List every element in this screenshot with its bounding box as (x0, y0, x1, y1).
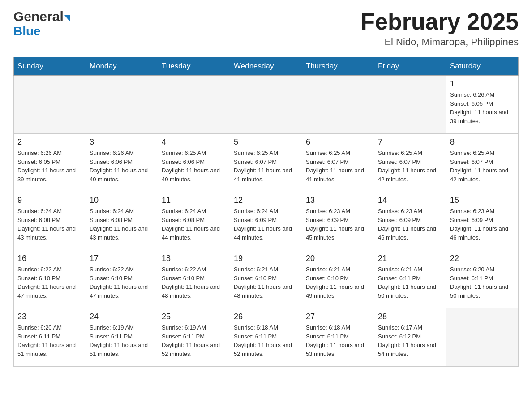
day-number: 20 (306, 254, 370, 263)
day-number: 26 (234, 312, 298, 321)
calendar-body: 1Sunrise: 6:26 AMSunset: 6:05 PMDaylight… (14, 76, 519, 367)
calendar-cell (446, 308, 519, 367)
calendar-cell: 27Sunrise: 6:18 AMSunset: 6:11 PMDayligh… (302, 308, 374, 367)
day-of-week-monday: Monday (86, 57, 158, 76)
day-info: Sunrise: 6:19 AMSunset: 6:11 PMDaylight:… (162, 323, 226, 358)
day-number: 11 (162, 196, 226, 205)
day-info: Sunrise: 6:25 AMSunset: 6:07 PMDaylight:… (450, 149, 515, 184)
logo-line1: General (13, 9, 70, 24)
calendar-cell: 26Sunrise: 6:18 AMSunset: 6:11 PMDayligh… (230, 308, 302, 367)
calendar-table: SundayMondayTuesdayWednesdayThursdayFrid… (13, 57, 519, 367)
week-row-4: 16Sunrise: 6:22 AMSunset: 6:10 PMDayligh… (14, 250, 519, 308)
day-info: Sunrise: 6:19 AMSunset: 6:11 PMDaylight:… (90, 323, 154, 358)
calendar-cell: 20Sunrise: 6:21 AMSunset: 6:10 PMDayligh… (302, 250, 374, 308)
day-number: 2 (17, 137, 82, 147)
page-header: General Blue February 2025 El Nido, Mima… (13, 9, 519, 48)
logo: General Blue (13, 9, 70, 39)
title-area: February 2025 El Nido, Mimaropa, Philipp… (360, 9, 519, 48)
day-info: Sunrise: 6:17 AMSunset: 6:12 PMDaylight:… (378, 323, 442, 358)
day-number: 24 (90, 312, 154, 321)
day-info: Sunrise: 6:22 AMSunset: 6:10 PMDaylight:… (90, 265, 154, 300)
day-info: Sunrise: 6:24 AMSunset: 6:08 PMDaylight:… (162, 207, 226, 242)
calendar-cell: 14Sunrise: 6:23 AMSunset: 6:09 PMDayligh… (374, 192, 446, 250)
day-number: 21 (378, 254, 442, 263)
days-of-week-row: SundayMondayTuesdayWednesdayThursdayFrid… (14, 57, 519, 76)
day-info: Sunrise: 6:22 AMSunset: 6:10 PMDaylight:… (17, 265, 82, 300)
calendar-cell: 5Sunrise: 6:25 AMSunset: 6:07 PMDaylight… (230, 134, 302, 192)
day-info: Sunrise: 6:20 AMSunset: 6:11 PMDaylight:… (17, 323, 82, 358)
day-of-week-thursday: Thursday (302, 57, 374, 76)
day-info: Sunrise: 6:26 AMSunset: 6:05 PMDaylight:… (450, 90, 515, 125)
calendar-cell: 3Sunrise: 6:26 AMSunset: 6:06 PMDaylight… (86, 134, 158, 192)
calendar-cell (14, 76, 86, 134)
calendar-cell: 16Sunrise: 6:22 AMSunset: 6:10 PMDayligh… (14, 250, 86, 308)
day-info: Sunrise: 6:25 AMSunset: 6:07 PMDaylight:… (378, 149, 442, 184)
calendar-cell: 28Sunrise: 6:17 AMSunset: 6:12 PMDayligh… (374, 308, 446, 367)
day-number: 22 (450, 254, 515, 263)
calendar-cell (302, 76, 374, 134)
day-number: 5 (234, 137, 298, 147)
day-number: 14 (378, 196, 442, 205)
calendar-cell (374, 76, 446, 134)
day-of-week-friday: Friday (374, 57, 446, 76)
subtitle: El Nido, Mimaropa, Philippines (360, 36, 519, 48)
day-number: 1 (450, 79, 515, 89)
day-info: Sunrise: 6:25 AMSunset: 6:07 PMDaylight:… (306, 149, 370, 184)
day-of-week-sunday: Sunday (14, 57, 86, 76)
day-info: Sunrise: 6:26 AMSunset: 6:05 PMDaylight:… (17, 149, 82, 184)
day-info: Sunrise: 6:18 AMSunset: 6:11 PMDaylight:… (306, 323, 370, 358)
calendar-cell (86, 76, 158, 134)
day-info: Sunrise: 6:21 AMSunset: 6:11 PMDaylight:… (378, 265, 442, 300)
day-number: 8 (450, 137, 515, 147)
day-number: 17 (90, 254, 154, 263)
day-number: 25 (162, 312, 226, 321)
calendar-cell: 2Sunrise: 6:26 AMSunset: 6:05 PMDaylight… (14, 134, 86, 192)
calendar-cell: 10Sunrise: 6:24 AMSunset: 6:08 PMDayligh… (86, 192, 158, 250)
calendar-cell: 13Sunrise: 6:23 AMSunset: 6:09 PMDayligh… (302, 192, 374, 250)
logo-blue-text: Blue (13, 24, 41, 38)
day-info: Sunrise: 6:25 AMSunset: 6:06 PMDaylight:… (162, 149, 226, 184)
calendar-cell: 6Sunrise: 6:25 AMSunset: 6:07 PMDaylight… (302, 134, 374, 192)
calendar-cell: 9Sunrise: 6:24 AMSunset: 6:08 PMDaylight… (14, 192, 86, 250)
day-info: Sunrise: 6:26 AMSunset: 6:06 PMDaylight:… (90, 149, 154, 184)
calendar-cell: 17Sunrise: 6:22 AMSunset: 6:10 PMDayligh… (86, 250, 158, 308)
day-info: Sunrise: 6:21 AMSunset: 6:10 PMDaylight:… (234, 265, 298, 300)
calendar-cell: 25Sunrise: 6:19 AMSunset: 6:11 PMDayligh… (158, 308, 230, 367)
calendar-cell: 12Sunrise: 6:24 AMSunset: 6:09 PMDayligh… (230, 192, 302, 250)
logo-triangle-icon (64, 15, 70, 21)
calendar-cell: 15Sunrise: 6:23 AMSunset: 6:09 PMDayligh… (446, 192, 519, 250)
day-number: 28 (378, 312, 442, 321)
calendar-cell: 24Sunrise: 6:19 AMSunset: 6:11 PMDayligh… (86, 308, 158, 367)
calendar-cell: 18Sunrise: 6:22 AMSunset: 6:10 PMDayligh… (158, 250, 230, 308)
day-info: Sunrise: 6:24 AMSunset: 6:08 PMDaylight:… (17, 207, 82, 242)
calendar-cell: 11Sunrise: 6:24 AMSunset: 6:08 PMDayligh… (158, 192, 230, 250)
week-row-5: 23Sunrise: 6:20 AMSunset: 6:11 PMDayligh… (14, 308, 519, 367)
day-info: Sunrise: 6:21 AMSunset: 6:10 PMDaylight:… (306, 265, 370, 300)
day-number: 6 (306, 137, 370, 147)
calendar-cell: 1Sunrise: 6:26 AMSunset: 6:05 PMDaylight… (446, 76, 519, 134)
calendar-cell (158, 76, 230, 134)
day-number: 10 (90, 196, 154, 205)
day-number: 3 (90, 137, 154, 147)
calendar-header: SundayMondayTuesdayWednesdayThursdayFrid… (14, 57, 519, 76)
main-title: February 2025 (360, 9, 519, 34)
day-number: 19 (234, 254, 298, 263)
day-info: Sunrise: 6:23 AMSunset: 6:09 PMDaylight:… (378, 207, 442, 242)
calendar-cell: 22Sunrise: 6:20 AMSunset: 6:11 PMDayligh… (446, 250, 519, 308)
day-number: 15 (450, 196, 515, 205)
week-row-1: 1Sunrise: 6:26 AMSunset: 6:05 PMDaylight… (14, 76, 519, 134)
calendar-cell: 7Sunrise: 6:25 AMSunset: 6:07 PMDaylight… (374, 134, 446, 192)
calendar-cell (230, 76, 302, 134)
calendar-cell: 23Sunrise: 6:20 AMSunset: 6:11 PMDayligh… (14, 308, 86, 367)
day-number: 27 (306, 312, 370, 321)
day-number: 7 (378, 137, 442, 147)
day-info: Sunrise: 6:25 AMSunset: 6:07 PMDaylight:… (234, 149, 298, 184)
day-info: Sunrise: 6:24 AMSunset: 6:09 PMDaylight:… (234, 207, 298, 242)
day-number: 4 (162, 137, 226, 147)
day-of-week-saturday: Saturday (446, 57, 519, 76)
day-number: 18 (162, 254, 226, 263)
day-info: Sunrise: 6:22 AMSunset: 6:10 PMDaylight:… (162, 265, 226, 300)
day-number: 9 (17, 196, 82, 205)
week-row-2: 2Sunrise: 6:26 AMSunset: 6:05 PMDaylight… (14, 134, 519, 192)
day-info: Sunrise: 6:18 AMSunset: 6:11 PMDaylight:… (234, 323, 298, 358)
